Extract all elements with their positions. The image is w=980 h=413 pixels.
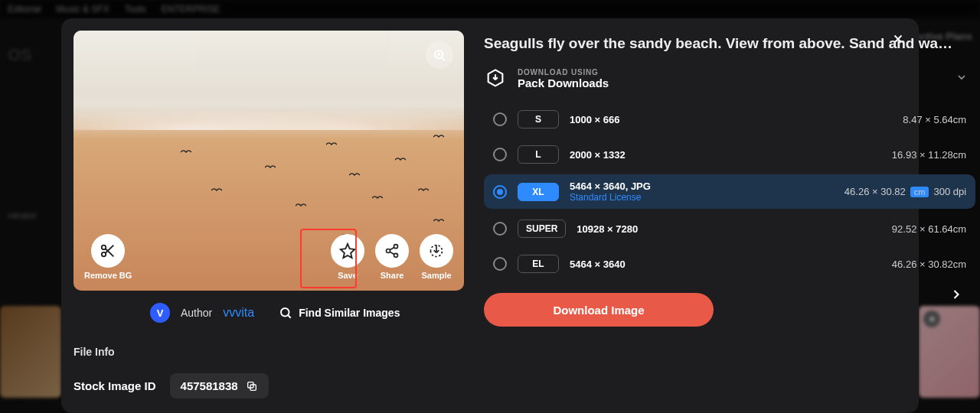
scissors-icon: [91, 234, 125, 268]
radio-icon: [493, 222, 507, 236]
share-label: Share: [381, 271, 404, 280]
size-code: L: [518, 145, 559, 164]
remove-bg-label: Remove BG: [84, 271, 132, 280]
size-print: 46.26 × 30.82cm: [892, 259, 966, 270]
svg-point-1: [102, 246, 106, 250]
author-label: Author: [181, 307, 212, 319]
download-method-value: Pack Downloads: [518, 76, 609, 89]
download-image-button[interactable]: Download Image: [484, 293, 714, 327]
share-button[interactable]: Share: [375, 234, 409, 280]
star-icon: [331, 234, 364, 268]
radio-icon: [493, 185, 507, 199]
brand-logo: OS: [8, 45, 37, 65]
nav-item[interactable]: Music & SFX: [56, 4, 109, 15]
share-icon: [375, 234, 409, 268]
file-info-heading: File Info: [74, 346, 464, 358]
size-print: 8.47 × 5.64cm: [903, 114, 966, 125]
sample-label: Sample: [421, 271, 451, 280]
remove-bg-button[interactable]: Remove BG: [84, 234, 132, 280]
download-method-selector[interactable]: DOWNLOAD USING Pack Downloads: [484, 67, 975, 90]
find-similar-button[interactable]: Find Similar Images: [279, 306, 400, 320]
author-avatar[interactable]: V: [150, 303, 170, 323]
svg-point-2: [102, 252, 106, 257]
top-nav: Editorial Music & SFX Tools ENTERPRISE: [0, 0, 980, 18]
carousel-thumb-prev[interactable]: [0, 306, 61, 398]
size-option-l[interactable]: L 2000 × 1332 16.93 × 11.28cm: [484, 139, 975, 170]
sample-button[interactable]: Sample: [420, 234, 453, 280]
stock-id-label: Stock Image ID: [74, 379, 156, 392]
preview-image: Remove BG Save Share: [74, 31, 464, 291]
size-option-s[interactable]: S 1000 × 666 8.47 × 5.64cm: [484, 104, 975, 135]
download-pack-icon: [484, 67, 507, 90]
svg-point-5: [394, 253, 398, 257]
stock-id-pill[interactable]: 457581838: [170, 373, 269, 398]
size-code: SUPER: [518, 220, 566, 238]
search-icon: [279, 306, 292, 320]
find-similar-label: Find Similar Images: [299, 307, 400, 319]
image-detail-modal: Remove BG Save Share: [61, 18, 919, 413]
size-dims: 5464 × 3640: [570, 259, 881, 270]
size-print: 92.52 × 61.64cm: [892, 223, 966, 235]
svg-point-3: [394, 245, 398, 249]
size-option-el[interactable]: EL 5464 × 3640 46.26 × 30.82cm: [484, 249, 975, 279]
size-dims: 2000 × 1332: [570, 149, 881, 161]
nav-item[interactable]: Editorial: [8, 4, 41, 15]
nav-item[interactable]: ENTERPRISE: [162, 4, 220, 15]
download-icon: [420, 234, 453, 268]
nav-item[interactable]: Tools: [125, 4, 146, 15]
save-button[interactable]: Save: [331, 234, 364, 280]
unit-toggle[interactable]: cm: [910, 187, 929, 197]
size-option-xl[interactable]: XL 5464 × 3640, JPG Standard License 46.…: [484, 174, 975, 209]
size-code: S: [518, 110, 559, 128]
size-code: EL: [518, 255, 559, 273]
size-dims: 1000 × 666: [570, 114, 892, 125]
chevron-down-icon: [956, 71, 968, 86]
radio-icon: [493, 257, 507, 271]
size-option-super[interactable]: SUPER 10928 × 7280 92.52 × 61.64cm: [484, 213, 975, 244]
size-dims: 5464 × 3640, JPG Standard License: [570, 180, 834, 203]
image-title: Seagulls fly over the sandy beach. View …: [484, 35, 975, 52]
radio-icon: [493, 112, 507, 126]
download-using-label: DOWNLOAD USING: [518, 68, 609, 76]
size-options: S 1000 × 666 8.47 × 5.64cm L 2000 × 1332…: [484, 104, 975, 279]
svg-point-4: [387, 249, 390, 253]
sidebar-link[interactable]: nerator: [8, 210, 37, 221]
size-dims: 10928 × 7280: [577, 223, 881, 235]
save-label: Save: [338, 271, 358, 280]
size-print: 16.93 × 11.28cm: [892, 149, 966, 161]
svg-point-6: [281, 308, 289, 317]
license-link[interactable]: Standard License: [570, 192, 834, 203]
zoom-button[interactable]: [426, 41, 453, 69]
author-link[interactable]: vvvita: [223, 306, 254, 320]
size-print: 46.26 × 30.82 cm 300 dpi: [844, 186, 966, 197]
radio-icon: [493, 148, 507, 161]
copy-icon: [246, 380, 258, 392]
size-code: XL: [518, 183, 559, 201]
stock-id-value: 457581838: [181, 379, 238, 392]
